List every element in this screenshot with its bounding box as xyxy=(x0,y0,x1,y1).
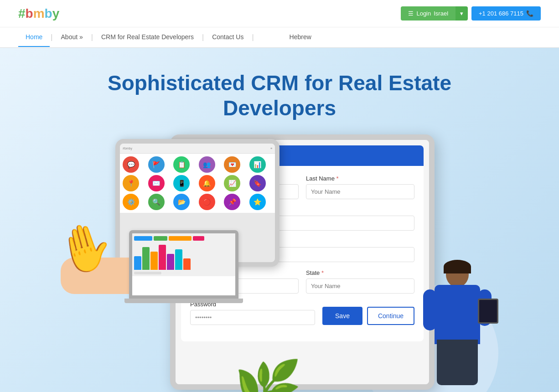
save-button[interactable]: Save xyxy=(322,307,362,325)
app-icon-6: 📍 xyxy=(123,175,139,191)
character-illustration xyxy=(421,262,494,392)
dashboard-content xyxy=(132,233,235,276)
app-icon-4: 💌 xyxy=(224,156,240,173)
laptop-mockup xyxy=(129,230,243,303)
logo-y: y xyxy=(52,6,60,21)
character-tablet xyxy=(478,299,498,324)
hero-title: Sophisticated CRM for Real Estate Develo… xyxy=(108,71,451,121)
header: #bmby ☰ Login Israel ▾ +1 201 686 7115 📞 xyxy=(0,0,559,27)
phone-icon: 📞 xyxy=(526,10,533,17)
laptop-base xyxy=(124,299,243,303)
hero-section: Sophisticated CRM for Real Estate Develo… xyxy=(0,48,559,392)
app-icon-7: ✉️ xyxy=(148,175,165,191)
app-icon-14: 📂 xyxy=(173,194,190,210)
app-icon-2: 📋 xyxy=(173,156,190,173)
app-icon-15: 🔴 xyxy=(199,194,215,210)
login-group: ☰ Login Israel ▾ xyxy=(401,6,468,21)
logo-b2: b xyxy=(45,6,52,21)
nav-home[interactable]: Home xyxy=(18,28,50,47)
character-body xyxy=(435,285,480,344)
form-actions: Save Continue xyxy=(322,307,414,325)
app-icon-5: 📊 xyxy=(249,156,266,173)
app-icon-16: 📌 xyxy=(224,194,240,210)
hero-content: #bmby ≡ 💬🚩📋👥💌📊📍✉️📱🔔📈🔖⚙️🔍📂🔴📌⭐ 🤚 xyxy=(61,130,498,392)
login-button[interactable]: ☰ Login Israel xyxy=(401,6,455,21)
state-input[interactable] xyxy=(306,279,414,294)
login-label: Login xyxy=(416,10,431,17)
app-icon-17: ⭐ xyxy=(249,194,266,210)
character-hair xyxy=(444,260,471,273)
character-pants xyxy=(437,340,478,385)
app-icon-9: 🔔 xyxy=(199,175,215,191)
last-name-group: Last Name * xyxy=(306,175,414,199)
plant-decoration: 🌿 xyxy=(234,357,302,392)
login-icon: ☰ xyxy=(408,10,414,17)
app-icons-grid: 💬🚩📋👥💌📊📍✉️📱🔔📈🔖⚙️🔍📂🔴📌⭐ xyxy=(120,154,275,213)
logo: #bmby xyxy=(18,6,59,21)
state-group: State * xyxy=(306,269,414,294)
app-icon-13: 🔍 xyxy=(148,194,165,210)
app-icon-3: 👥 xyxy=(199,156,215,173)
state-label: State * xyxy=(306,269,414,276)
navigation: Home | About » | CRM for Real Estate Dev… xyxy=(0,27,559,48)
login-locale: Israel xyxy=(434,10,448,17)
last-name-input[interactable] xyxy=(306,184,414,199)
app-icon-1: 🚩 xyxy=(148,156,165,173)
logo-b: b xyxy=(26,6,33,21)
continue-button[interactable]: Continue xyxy=(367,307,414,325)
header-right: ☰ Login Israel ▾ +1 201 686 7115 📞 xyxy=(401,6,541,21)
app-icon-12: ⚙️ xyxy=(123,194,139,210)
app-icon-0: 💬 xyxy=(123,156,139,173)
tablet-left-container: #bmby ≡ 💬🚩📋👥💌📊📍✉️📱🔔📈🔖⚙️🔍📂🔴📌⭐ 🤚 xyxy=(61,130,289,312)
app-icon-11: 🔖 xyxy=(249,175,266,191)
logo-hash: # xyxy=(18,6,26,21)
phone-number: +1 201 686 7115 xyxy=(479,10,523,17)
tablet-topbar: #bmby ≡ xyxy=(120,144,275,154)
login-dropdown-button[interactable]: ▾ xyxy=(455,6,468,21)
nav-about[interactable]: About » xyxy=(54,28,90,47)
app-icon-10: 📈 xyxy=(224,175,240,191)
last-name-label: Last Name * xyxy=(306,175,414,182)
phone-button[interactable]: +1 201 686 7115 📞 xyxy=(471,6,541,21)
nav-crm[interactable]: CRM for Real Estate Developers xyxy=(94,28,201,47)
nav-hebrew[interactable]: Hebrew xyxy=(282,28,319,47)
nav-contact[interactable]: Contact Us xyxy=(205,28,251,47)
hero-heading: Sophisticated CRM for Real Estate Develo… xyxy=(108,71,451,121)
logo-m: m xyxy=(33,6,45,21)
laptop-screen xyxy=(129,230,238,299)
app-icon-8: 📱 xyxy=(173,175,190,191)
